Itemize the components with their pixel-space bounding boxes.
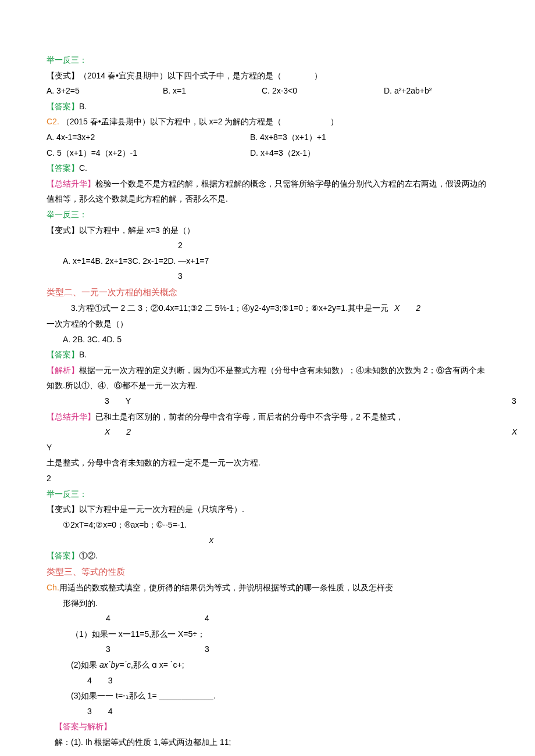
type3-heading: 类型三、等式的性质 <box>47 564 488 581</box>
answer-label: 【答案】 <box>47 551 79 560</box>
c2-opt-c: C. 5（x+1）=4（x+2）-1 <box>47 145 250 161</box>
answer-value: C. <box>79 163 87 173</box>
frac-top: 2 <box>47 238 314 253</box>
type2-answer: 【答案】B. <box>47 347 488 363</box>
summary-label: 【总结升华】 <box>47 179 95 188</box>
variant-1-options: A. 3+2=5 B. x=1 C. 2x-3<0 D. a²+2ab+b² <box>47 83 488 99</box>
type2-q-row: 3.方程①式一 2 二 3；②0.4x=11;③2 二 5%-1；④y2-4y=… <box>47 300 488 316</box>
row2a: X 2 <box>47 424 512 440</box>
type3-q1-text: 用适当的数或整式填空，使所得的结果仍为等式，并说明根据等式的哪一条性质，以及怎样… <box>59 583 393 592</box>
l2b: ax˙by=˙c <box>99 660 131 669</box>
type2-analysis: 【解析】根据一元一次方程的定义判断，因为①不是整式方程（分母中含有未知数）；④未… <box>47 363 488 393</box>
answer-value: B. <box>79 102 87 111</box>
c2-text: （2015 春•孟津县期中）以下方程中，以 x=2 为解的方程是（ ） <box>62 117 339 126</box>
c2-options-row2: C. 5（x+1）=4（x+2）-1 D. x+4=3（2x-1） <box>47 145 488 161</box>
type2-two: 2 <box>47 471 488 486</box>
answer-1: 【答案】B. <box>47 99 488 114</box>
answer-value: B. <box>79 350 87 359</box>
type2-row2: X 2 X <box>47 424 488 440</box>
type3-q1: Ch.用适当的数或整式填空，使所得的结果仍为等式，并说明根据等式的哪一条性质，以… <box>47 580 488 596</box>
answer-label: 【答案】 <box>47 350 79 359</box>
type3-line2: (2)如果 ax˙by=˙c,那么 ɑ x= ˙c+; <box>47 657 488 673</box>
c2-label: C2. <box>47 117 62 126</box>
heading-variant-2: 举一反三： <box>47 207 488 223</box>
summary-text: 已和土是有区别的，前者的分母中含有字母，而后者的分母中不含字母，2 不是整式， <box>95 412 404 421</box>
answer-label: 【答案】 <box>47 163 79 173</box>
type2-summary: 【总结升华】已和土是有区别的，前者的分母中含有字母，而后者的分母中不含字母，2 … <box>47 409 488 425</box>
summary-label: 【总结升华】 <box>47 412 95 421</box>
c2-answer: 【答案】C. <box>47 160 488 176</box>
opt-c: C. 2x-3<0 <box>262 83 384 99</box>
answer-label: 【答案】 <box>47 102 79 111</box>
analysis-text: 根据一元一次方程的定义判断，因为①不是整式方程（分母中含有未知数）；④未知数的次… <box>47 366 485 390</box>
row2b: X <box>512 424 517 440</box>
type3-sol: 解：(1). Ih 根据等式的性质 1,等式两边都加上 11; <box>47 734 488 750</box>
heading-variant-3: 举一反三： <box>47 486 488 502</box>
c2-opt-a: A. 4x-1=3x+2 <box>47 130 250 145</box>
r2a: 3 <box>71 642 205 657</box>
c2-options-row1: A. 4x-1=3x+2 B. 4x+8=3（x+1）+1 <box>47 130 488 145</box>
r1b: 4 <box>205 611 209 626</box>
type3-row4: 3 4 <box>47 704 488 719</box>
l2c: ,那么 ɑ x= ˙c+; <box>131 660 184 669</box>
variant-2-question: 【变式】以下方程中，解是 x=3 的是（） <box>47 223 488 238</box>
type2-q-italic: X 2 <box>394 300 420 316</box>
type2-tail: 土是整式，分母中含有未知数的方程一定不是一元一次方程. <box>47 455 488 471</box>
variant-2-options: A. x÷1=4B. 2x+1=3C. 2x-1=2D. —x+1=7 <box>47 253 488 269</box>
row1b: 3 <box>512 393 516 409</box>
c2-opt-b: B. 4x+8=3（x+1）+1 <box>250 130 326 145</box>
answer-value: ①②. <box>79 551 98 560</box>
r2b: 3 <box>205 642 209 657</box>
frac-bot: 3 <box>47 268 314 284</box>
x-italic: x <box>47 532 488 548</box>
variant-3-opts: ①2xT=4;②x=0；®ax=b；©--5=-1. <box>47 517 488 533</box>
variant-1-question: 【变式】（2014 春•宜宾县期中）以下四个式子中，是方程的是（ ） <box>47 68 488 84</box>
type2-row1: 3 Y 3 <box>47 393 488 409</box>
type3-row3: 4 3 <box>47 673 488 689</box>
type3-row1: 4 4 <box>47 611 488 626</box>
type3-ans-label: 【答案与解析】 <box>47 719 488 734</box>
c2-summary: 【总结升华】检验一个数是不是方程的解，根据方程解的概念，只需将所给字母的值分别代… <box>47 176 488 207</box>
ch-label: Ch. <box>47 583 59 592</box>
type2-q2: 一次方程的个数是（） <box>47 316 488 332</box>
opt-d: D. a²+2ab+b² <box>384 83 432 99</box>
type2-y: Y <box>47 440 488 456</box>
variant-3-question: 【变式】以下方程中是一元一次方程的是（只填序号）. <box>47 501 488 517</box>
type2-opts: A. 2B. 3C. 4D. 5 <box>47 332 488 347</box>
r1a: 4 <box>71 611 205 626</box>
opt-b: B. x=1 <box>163 83 262 99</box>
summary-text: 检验一个数是不是方程的解，根据方程解的概念，只需将所给字母的值分别代入方程的左右… <box>47 179 486 204</box>
l2a: (2)如果 <box>71 660 99 669</box>
row1a: 3 Y <box>47 393 512 409</box>
type3-line1: （1）如果一 x一11=5,那么一 X=5÷； <box>47 626 488 642</box>
type2-heading: 类型二、一元一次方程的相关概念 <box>47 284 488 301</box>
c2-opt-d: D. x+4=3（2x-1） <box>250 145 315 161</box>
c2-question: C2. （2015 春•孟津县期中）以下方程中，以 x=2 为解的方程是（ ） <box>47 114 488 130</box>
heading-variant-1: 举一反三： <box>47 52 488 68</box>
opt-a: A. 3+2=5 <box>47 83 163 99</box>
type3-row2: 3 3 <box>47 642 488 657</box>
variant-3-answer: 【答案】①②. <box>47 548 488 564</box>
type3-q2: 形得到的. <box>47 596 488 611</box>
type2-q: 3.方程①式一 2 二 3；②0.4x=11;③2 二 5%-1；④y2-4y=… <box>47 300 388 316</box>
analysis-label: 【解析】 <box>47 366 79 375</box>
type3-line3: (3)如果一一 t=-₁那么 1= ____________. <box>47 688 488 704</box>
